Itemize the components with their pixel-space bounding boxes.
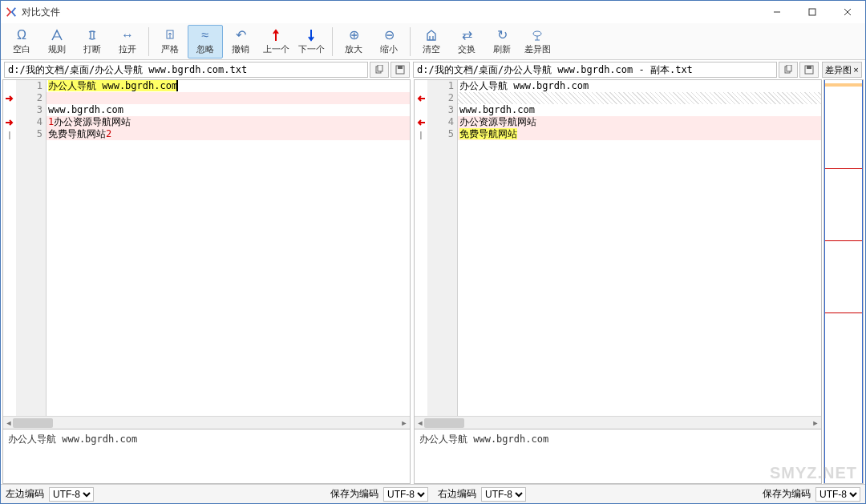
left-path-input[interactable]: [4, 62, 368, 78]
toolbar-label: 交换: [458, 43, 475, 55]
toolbar-label: 严格: [161, 43, 179, 55]
whitespace-icon: Ω: [17, 28, 26, 42]
toolbar-diffview-button[interactable]: 差异图: [520, 25, 555, 58]
toolbar-clear-button[interactable]: 清空: [414, 25, 449, 58]
rule-icon: [51, 28, 63, 42]
prev-icon: [273, 28, 279, 42]
toolbar-label: 撤销: [232, 43, 249, 55]
code-line[interactable]: 办公资源导航网站: [458, 116, 821, 128]
path-row: 差异图×: [1, 60, 865, 79]
toolbar-ignore-button[interactable]: ≈忽略: [188, 25, 223, 58]
toolbar-zoomin-button[interactable]: ⊕放大: [336, 25, 371, 58]
right-encoding-label: 右边编码: [438, 487, 476, 501]
toolbar-label: 打断: [83, 43, 101, 55]
break-icon: [86, 28, 99, 42]
svg-rect-1: [809, 9, 815, 15]
toolbar-rule-button[interactable]: 规则: [39, 25, 75, 58]
overview-strip[interactable]: [824, 79, 864, 484]
statusbar: 左边编码 UTF-8 保存为编码 UTF-8 右边编码 UTF-8 保存为编码 …: [1, 484, 865, 503]
diffview-icon: [531, 28, 544, 42]
toolbar-whitespace-button[interactable]: Ω空白: [4, 25, 39, 58]
diff-view-tab[interactable]: 差异图×: [822, 62, 862, 78]
code-line[interactable]: 办公人导航 www.bgrdh.com: [47, 80, 410, 92]
toolbar-refresh-button[interactable]: ↻刷新: [484, 25, 520, 58]
code-line[interactable]: [47, 92, 410, 104]
svg-rect-14: [807, 66, 811, 69]
next-icon: [308, 28, 314, 42]
right-save-encoding-label: 保存为编码: [763, 487, 811, 501]
left-save-button[interactable]: [391, 62, 410, 78]
window-title: 对比文件: [22, 6, 759, 19]
code-line[interactable]: 免费导航网站2: [47, 128, 410, 140]
toolbar-split-button[interactable]: ↔拉开: [110, 25, 145, 58]
code-line[interactable]: 1办公资源导航网站: [47, 116, 410, 128]
toolbar-label: 空白: [13, 43, 30, 55]
toolbar-label: 差异图: [524, 43, 551, 55]
left-detail-pane: 办公人导航 www.bgrdh.com: [3, 429, 410, 483]
right-encoding-select[interactable]: UTF-8: [481, 487, 526, 502]
right-hscrollbar[interactable]: ◄►: [415, 416, 821, 429]
app-icon: [6, 6, 17, 18]
toolbar-zoomout-button[interactable]: ⊖缩小: [371, 25, 407, 58]
main-area: | 12345 办公人导航 www.bgrdh.comwww.bgrdh.com…: [1, 79, 865, 484]
left-copy-button[interactable]: [370, 62, 389, 78]
strict-icon: [164, 28, 176, 42]
refresh-icon: ↻: [497, 28, 508, 42]
right-editor[interactable]: | 12345 办公人导航 www.bgrdh.comwww.bgrdh.com…: [415, 80, 821, 416]
left-hscrollbar[interactable]: ◄►: [3, 416, 410, 429]
zoomin-icon: ⊕: [349, 28, 359, 42]
svg-point-6: [533, 31, 541, 36]
svg-rect-8: [378, 65, 382, 71]
toolbar-label: 清空: [423, 43, 440, 55]
toolbar-undo-button[interactable]: ↶撤销: [223, 25, 258, 58]
toolbar-prev-button[interactable]: 上一个: [258, 25, 293, 58]
toolbar-break-button[interactable]: 打断: [75, 25, 110, 58]
code-line[interactable]: 办公人导航 www.bgrdh.com: [458, 80, 821, 92]
undo-icon: ↶: [236, 28, 246, 42]
toolbar-label: 上一个: [263, 43, 289, 55]
svg-rect-12: [787, 65, 791, 71]
left-encoding-select[interactable]: UTF-8: [49, 487, 94, 502]
clear-icon: [425, 28, 438, 42]
code-line[interactable]: www.bgrdh.com: [458, 104, 821, 116]
toolbar-label: 刷新: [493, 43, 511, 55]
close-button[interactable]: [830, 1, 865, 23]
toolbar-strict-button[interactable]: 严格: [152, 25, 188, 58]
toolbar-swap-button[interactable]: ⇄交换: [449, 25, 484, 58]
right-save-encoding-select[interactable]: UTF-8: [815, 487, 860, 502]
left-pane: | 12345 办公人导航 www.bgrdh.comwww.bgrdh.com…: [2, 79, 411, 484]
right-detail-pane: 办公人导航 www.bgrdh.com: [415, 429, 821, 483]
right-path-input[interactable]: [413, 62, 777, 78]
toolbar-label: 缩小: [380, 43, 398, 55]
svg-rect-10: [398, 66, 403, 69]
minimize-button[interactable]: [759, 1, 795, 23]
toolbar-label: 拉开: [119, 43, 136, 55]
code-line[interactable]: www.bgrdh.com: [47, 104, 410, 116]
toolbar-label: 忽略: [196, 43, 214, 55]
main-toolbar: Ω空白规则打断↔拉开严格≈忽略↶撤销上一个下一个⊕放大⊖缩小清空⇄交换↻刷新差异…: [1, 23, 865, 60]
zoomout-icon: ⊖: [384, 28, 395, 42]
swap-icon: ⇄: [462, 28, 472, 42]
code-line[interactable]: 免费导航网站: [458, 128, 821, 140]
toolbar-label: 下一个: [298, 43, 325, 55]
code-line[interactable]: [458, 92, 821, 104]
toolbar-label: 规则: [48, 43, 66, 55]
app-window: 对比文件 Ω空白规则打断↔拉开严格≈忽略↶撤销上一个下一个⊕放大⊖缩小清空⇄交换…: [0, 0, 866, 504]
titlebar: 对比文件: [1, 1, 865, 23]
maximize-button[interactable]: [795, 1, 830, 23]
toolbar-label: 放大: [345, 43, 362, 55]
right-copy-button[interactable]: [779, 62, 798, 78]
toolbar-next-button[interactable]: 下一个: [293, 25, 329, 58]
left-save-encoding-select[interactable]: UTF-8: [383, 487, 428, 502]
right-save-button[interactable]: [799, 62, 819, 78]
left-editor[interactable]: | 12345 办公人导航 www.bgrdh.comwww.bgrdh.com…: [3, 80, 410, 416]
right-pane: | 12345 办公人导航 www.bgrdh.comwww.bgrdh.com…: [414, 79, 822, 484]
ignore-icon: ≈: [202, 28, 209, 42]
left-encoding-label: 左边编码: [6, 487, 44, 501]
split-icon: ↔: [121, 28, 134, 42]
left-save-encoding-label: 保存为编码: [330, 487, 378, 501]
